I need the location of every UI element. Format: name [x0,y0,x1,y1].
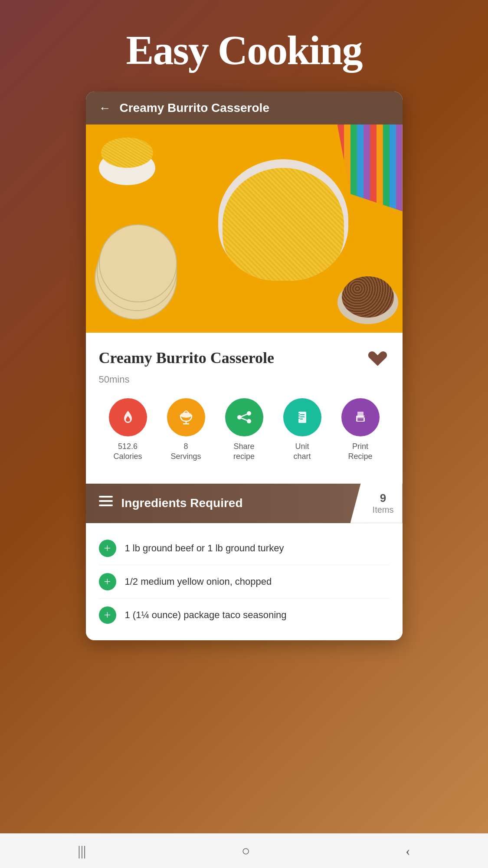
share-label: Sharerecipe [233,442,255,462]
recipe-info: Creamy Burrito Casserole 50mins 512.6 [86,333,403,475]
unit-chart-icon-circle [283,398,321,436]
share-icon-circle [225,398,263,436]
recipe-name: Creamy Burrito Casserole [99,349,275,367]
print-recipe-label: PrintRecipe [348,442,372,462]
action-buttons: 512.6 Calories 8 Servings [99,398,390,462]
items-count: 9 [373,491,394,505]
menu-icon [99,496,113,511]
svg-point-5 [247,419,251,423]
ingredient-item: + 1/2 medium yellow onion, chopped [99,565,390,599]
svg-line-6 [239,413,249,417]
meat-bowl [337,272,398,324]
casserole-dish [218,159,348,281]
ingredient-text-3: 1 (1¼ ounce) package taco seasoning [125,609,287,621]
calories-label: 512.6 Calories [113,442,142,462]
ingredient-list: + 1 lb ground beef or 1 lb ground turkey… [86,523,403,640]
svg-rect-13 [298,416,300,416]
servings-button[interactable]: 8 Servings [167,398,205,462]
ingredients-section: Ingredients Required 9 Items + 1 lb grou… [86,484,403,640]
cheese-bowl-small [99,138,155,185]
svg-rect-16 [357,412,364,416]
items-label: Items [373,505,394,515]
bottom-nav: ||| ○ ‹ [0,833,488,868]
servings-label: 8 Servings [170,442,201,462]
svg-rect-22 [99,504,113,506]
nav-back-icon[interactable]: ‹ [406,843,410,859]
add-ingredient-button-3[interactable]: + [99,606,116,624]
card-header-title: Creamy Burrito Casserole [120,101,269,115]
share-recipe-button[interactable]: Sharerecipe [225,398,263,462]
print-icon-circle [341,398,380,436]
favorite-button[interactable] [366,346,390,370]
calories-button[interactable]: 512.6 Calories [109,398,147,462]
calories-icon-circle [109,398,147,436]
app-title: Easy Cooking [126,26,362,74]
svg-rect-17 [357,419,364,421]
svg-rect-20 [99,496,113,498]
svg-rect-18 [357,418,364,419]
recipe-card: ← Creamy Burrito Casserole [86,92,403,640]
ingredient-item: + 1 (1¼ ounce) package taco seasoning [99,599,390,632]
svg-point-0 [180,413,192,418]
recipe-image [86,124,403,333]
back-button[interactable]: ← [99,101,111,115]
print-recipe-button[interactable]: PrintRecipe [341,398,380,462]
ingredient-text-2: 1/2 medium yellow onion, chopped [125,576,272,587]
tortilla-stack [95,224,181,320]
svg-rect-21 [99,500,113,502]
svg-point-3 [247,411,251,416]
recipe-time: 50mins [99,374,390,385]
unit-chart-button[interactable]: Unitchart [283,398,321,462]
ingredients-banner: Ingredients Required 9 Items [86,484,403,523]
nav-menu-icon[interactable]: ||| [78,843,86,859]
ingredient-text-1: 1 lb ground beef or 1 lb ground turkey [125,543,284,554]
unit-chart-label: Unitchart [293,442,311,462]
items-badge: 9 Items [373,491,394,515]
ingredient-item: + 1 lb ground beef or 1 lb ground turkey [99,532,390,565]
add-ingredient-button-2[interactable]: + [99,573,116,590]
svg-line-7 [239,417,249,421]
svg-point-19 [364,416,365,418]
nav-home-icon[interactable]: ○ [242,843,250,859]
servings-icon-circle [167,398,205,436]
card-header: ← Creamy Burrito Casserole [86,92,403,124]
svg-rect-14 [298,418,300,419]
add-ingredient-button-1[interactable]: + [99,540,116,557]
ingredients-title: Ingredients Required [121,496,243,510]
svg-rect-12 [298,413,300,414]
